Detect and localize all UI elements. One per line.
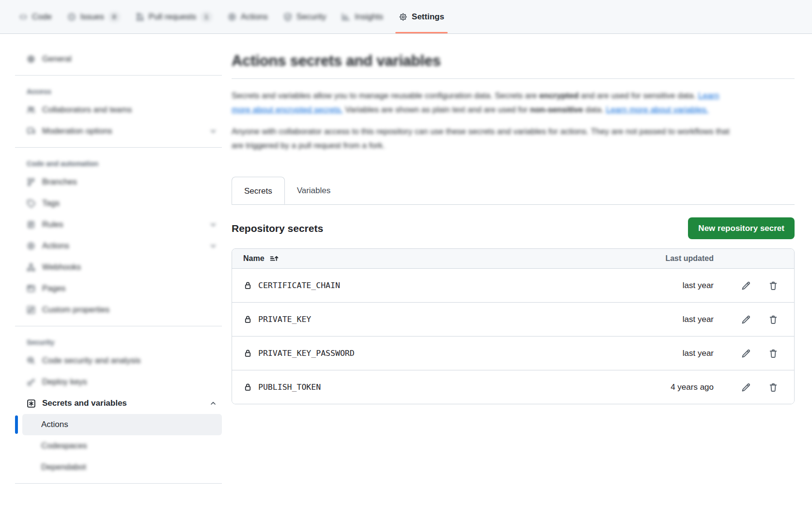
- secret-name: PRIVATE_KEY_PASSWORD: [258, 349, 355, 358]
- secret-last-updated: last year: [641, 281, 714, 291]
- pencil-icon: [741, 349, 751, 358]
- sidebar-item-code-security-and-analysis[interactable]: Code security and analysis: [22, 350, 222, 371]
- secret-row-private-key-password: PRIVATE_KEY_PASSWORD last year: [232, 336, 794, 370]
- tab-variables[interactable]: Variables: [285, 177, 343, 204]
- sidebar-item-rules[interactable]: Rules: [22, 214, 222, 235]
- sort-ascending-icon: [269, 254, 279, 263]
- edit-secret-button[interactable]: [741, 382, 751, 392]
- sidebar-divider: [15, 326, 222, 326]
- trash-icon: [768, 315, 778, 324]
- sidebar-item-actions[interactable]: Actions: [22, 235, 222, 257]
- nav-item-security[interactable]: Security: [277, 0, 332, 33]
- nav-item-code[interactable]: Code: [13, 0, 58, 33]
- nav-item-settings[interactable]: Settings: [392, 0, 451, 33]
- chevron-up-icon: [209, 399, 217, 407]
- nav-item-actions[interactable]: Actions: [221, 0, 274, 33]
- secret-name: PUBLISH_TOKEN: [258, 382, 321, 392]
- pencil-icon: [741, 315, 751, 324]
- sidebar-item-actions[interactable]: Actions: [22, 414, 222, 435]
- edit-secret-button[interactable]: [741, 349, 751, 358]
- browser-icon: [27, 284, 35, 293]
- sidebar-section-header: Security: [22, 332, 222, 350]
- sidebar-item-custom-properties[interactable]: Custom properties: [22, 299, 222, 321]
- code-icon: [19, 13, 28, 21]
- intro-text: data.: [585, 105, 604, 114]
- tag-icon: [27, 199, 35, 208]
- repo-tab-nav: Code Issues 8 Pull requests 1 Actions Se…: [0, 0, 812, 34]
- edit-secret-button[interactable]: [741, 281, 751, 291]
- delete-secret-button[interactable]: [768, 349, 778, 358]
- sidebar-item-label: Deploy keys: [42, 377, 217, 387]
- delete-secret-button[interactable]: [768, 315, 778, 324]
- sidebar-item-general[interactable]: General: [22, 48, 222, 70]
- sidebar-item-codespaces[interactable]: Codespaces: [22, 435, 222, 457]
- sort-by-name-control[interactable]: Name: [243, 254, 279, 263]
- sidebar-item-label: Secrets and variables: [42, 398, 209, 408]
- intro-text: and are used for sensitive data.: [581, 91, 696, 100]
- nav-item-label: Security: [297, 12, 326, 22]
- rules-icon: [27, 220, 35, 229]
- lock-icon: [243, 315, 252, 324]
- nav-item-label: Code: [32, 12, 52, 22]
- intro-text: Variables are shown as plain text and ar…: [345, 105, 528, 114]
- sidebar-item-deploy-keys[interactable]: Deploy keys: [22, 371, 222, 393]
- sidebar-item-label: Rules: [42, 220, 209, 229]
- name-column-header: Name: [243, 254, 265, 263]
- sidebar-divider: [15, 75, 222, 76]
- sidebar-divider: [15, 147, 222, 148]
- sidebar-item-secrets-and-variables[interactable]: Secrets and variables: [22, 393, 222, 414]
- new-repository-secret-button[interactable]: New repository secret: [688, 217, 795, 239]
- gear-icon: [27, 55, 35, 63]
- secret-last-updated: 4 years ago: [641, 382, 714, 392]
- people-icon: [27, 106, 35, 114]
- gear-icon: [399, 13, 407, 21]
- edit-secret-button[interactable]: [741, 315, 751, 324]
- pencil-icon: [741, 281, 751, 291]
- sidebar-item-collaborators-and-teams[interactable]: Collaborators and teams: [22, 99, 222, 121]
- title-divider: [232, 78, 795, 79]
- codescan-icon: [27, 356, 35, 365]
- nav-item-label: Insights: [355, 12, 383, 22]
- nav-item-insights[interactable]: Insights: [335, 0, 390, 33]
- chevron-down-icon: [209, 127, 217, 135]
- sidebar-item-label: Tags: [42, 199, 217, 208]
- sidebar-item-label: Branches: [42, 177, 217, 187]
- sidebar-section-header: Code and automation: [22, 153, 222, 171]
- link-variables[interactable]: Learn more about variables.: [606, 105, 709, 114]
- secret-name: CERTIFICATE_CHAIN: [258, 281, 340, 290]
- git-pull-request-icon: [136, 13, 144, 21]
- sidebar-item-label: Webhooks: [42, 262, 217, 272]
- trash-icon: [768, 382, 778, 392]
- sidebar-item-tags[interactable]: Tags: [22, 193, 222, 214]
- pencil-icon: [741, 382, 751, 392]
- sidebar-item-pages[interactable]: Pages: [22, 278, 222, 299]
- delete-secret-button[interactable]: [768, 281, 778, 291]
- custom-properties-icon: [27, 306, 35, 314]
- table-header-row: Name Last updated: [232, 249, 794, 268]
- lock-icon: [243, 281, 252, 290]
- secret-row-publish-token: PUBLISH_TOKEN 4 years ago: [232, 370, 794, 404]
- nav-item-issues[interactable]: Issues 8: [61, 0, 126, 33]
- page-title: Actions secrets and variables: [232, 52, 795, 70]
- sidebar-item-dependabot[interactable]: Dependabot: [22, 457, 222, 478]
- main-content: Actions secrets and variables Secrets an…: [222, 34, 812, 404]
- sidebar-item-label: Code security and analysis: [42, 356, 217, 366]
- secret-name: PRIVATE_KEY: [258, 315, 311, 324]
- chevron-down-icon: [209, 221, 217, 229]
- secret-last-updated: last year: [641, 349, 714, 358]
- git-branch-icon: [27, 178, 35, 186]
- sidebar-item-moderation-options[interactable]: Moderation options: [22, 121, 222, 142]
- repository-secrets-table: Name Last updated CERTIFICATE_CHAIN last: [232, 248, 795, 404]
- sidebar-item-webhooks[interactable]: Webhooks: [22, 257, 222, 278]
- webhook-icon: [27, 263, 35, 272]
- sidebar-item-label: Actions: [42, 241, 209, 251]
- delete-secret-button[interactable]: [768, 382, 778, 392]
- sidebar-item-branches[interactable]: Branches: [22, 171, 222, 193]
- secret-last-updated: last year: [641, 315, 714, 324]
- sidebar-item-label: Dependabot: [41, 462, 217, 472]
- collaborator-paragraph: Anyone with collaborator access to this …: [232, 124, 733, 153]
- tab-secrets[interactable]: Secrets: [232, 177, 285, 204]
- nav-item-pull-requests[interactable]: Pull requests 1: [129, 0, 219, 33]
- nav-item-label: Pull requests: [149, 12, 196, 22]
- lock-icon: [243, 349, 252, 358]
